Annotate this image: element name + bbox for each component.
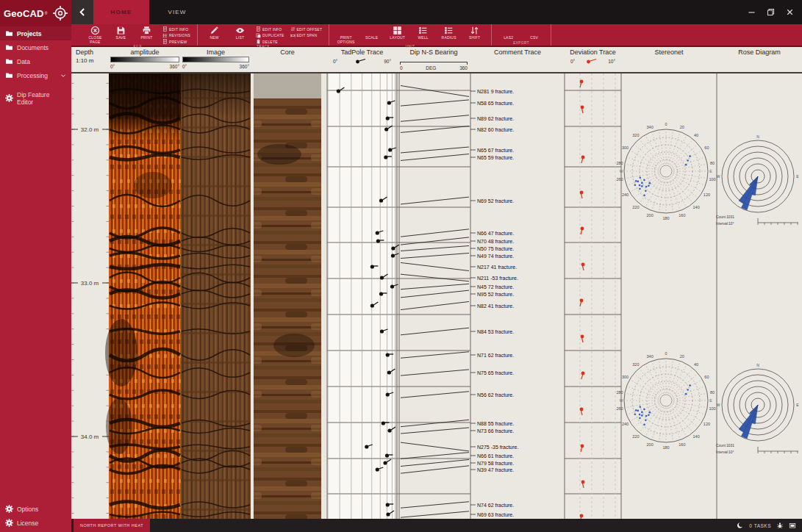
deviation-tadpole[interactable] <box>581 156 585 159</box>
stereonet-point[interactable] <box>689 155 691 157</box>
stereonet-point[interactable] <box>635 409 637 411</box>
print-options-button[interactable]: PRINT OPTIONS <box>334 25 358 44</box>
stereonet-point[interactable] <box>637 410 639 412</box>
tadpole[interactable] <box>379 292 383 295</box>
stereonet-point[interactable] <box>641 182 643 184</box>
comment-label[interactable]: N79 58 fracture. <box>477 461 514 466</box>
comment-label[interactable]: N70 48 fracture. <box>477 239 514 244</box>
comment-label[interactable]: N217 41 fracture. <box>477 265 517 270</box>
well-button[interactable]: WELL <box>411 25 435 40</box>
tadpole[interactable] <box>385 453 389 457</box>
stereonet-point[interactable] <box>687 159 689 162</box>
stereonet-point[interactable] <box>641 411 643 414</box>
stereonet-point[interactable] <box>639 184 641 187</box>
deviation-tadpole[interactable] <box>580 299 584 303</box>
deviation-tadpole[interactable] <box>581 227 584 231</box>
stereonet-point[interactable] <box>639 188 641 190</box>
comment-label[interactable]: N89 62 fracture. <box>477 116 514 121</box>
tadpole[interactable] <box>387 428 391 432</box>
edit-info-button[interactable]: EDIT INFO <box>162 26 190 32</box>
list-button[interactable]: LIST <box>228 25 252 40</box>
tadpole[interactable] <box>337 89 340 93</box>
scale-button[interactable]: SCALE <box>359 25 384 40</box>
sidebar-item-documents[interactable]: Documents <box>0 40 71 54</box>
revisions-button[interactable]: REVISIONS <box>162 33 190 38</box>
tadpole[interactable] <box>387 370 391 374</box>
stereonet-point[interactable] <box>634 413 636 415</box>
comment-label[interactable]: N58 65 fracture. <box>477 101 514 106</box>
tadpole[interactable] <box>380 329 384 333</box>
tadpole[interactable] <box>370 303 374 307</box>
comment-label[interactable]: N82 60 fracture. <box>477 127 514 132</box>
back-button[interactable] <box>71 0 93 24</box>
tadpole[interactable] <box>384 127 388 131</box>
stereonet-point[interactable] <box>648 414 650 416</box>
stereonet-point[interactable] <box>635 180 637 182</box>
maximize-button[interactable] <box>761 0 780 24</box>
comment-label[interactable]: N75 65 fracture. <box>477 370 514 375</box>
deviation-tadpole[interactable] <box>581 372 585 375</box>
stereonet-point[interactable] <box>643 409 645 411</box>
comment-label[interactable]: N82 41 fracture. <box>477 303 514 309</box>
tadpole[interactable] <box>391 246 395 250</box>
shift-button[interactable]: SHIFT <box>462 25 487 40</box>
comment-label[interactable]: N66 47 fracture. <box>477 231 514 236</box>
comment-label[interactable]: N39 47 fracture. <box>477 467 514 472</box>
layout-button[interactable]: LAYOUT <box>385 25 409 40</box>
tadpole[interactable] <box>376 231 379 234</box>
comment-label[interactable]: N71 62 fracture. <box>477 353 514 358</box>
stereonet-point[interactable] <box>639 414 641 416</box>
stereonet-point[interactable] <box>639 406 641 408</box>
sidebar-item-dip-feature-editor[interactable]: Dip Feature Editor <box>0 91 71 105</box>
tadpole[interactable] <box>386 116 390 120</box>
csv-button[interactable]: CSV <box>522 25 546 40</box>
delete-button[interactable]: DELETE <box>256 39 284 44</box>
deviation-tadpole[interactable] <box>580 408 584 411</box>
deviation-tadpole[interactable] <box>581 106 584 109</box>
preview-button[interactable]: PREVIEW <box>162 39 190 44</box>
edit-info-button[interactable]: EDIT INFO <box>256 26 284 32</box>
comment-label[interactable]: N281 9 fracture. <box>477 89 514 94</box>
tadpole[interactable] <box>383 461 387 464</box>
edit-span-button[interactable]: EDIT SPAN <box>290 33 323 38</box>
close-page-button[interactable]: CLOSE PAGE <box>83 25 107 44</box>
minimize-button[interactable] <box>742 0 761 24</box>
stereonet-point[interactable] <box>645 186 648 188</box>
comment-label[interactable]: N65 59 fracture. <box>477 155 514 160</box>
comment-label[interactable]: N73 66 fracture. <box>477 428 514 434</box>
bug-icon[interactable] <box>776 522 784 529</box>
tab-home[interactable]: HOME <box>93 0 149 24</box>
deviation-tadpole[interactable] <box>581 445 584 448</box>
comment-label[interactable]: N45 72 fracture. <box>477 284 514 290</box>
comment-label[interactable]: N88 55 fracture. <box>477 421 514 426</box>
tadpole[interactable] <box>376 467 379 471</box>
tadpole[interactable] <box>370 265 374 268</box>
deviation-tadpole[interactable] <box>580 514 584 518</box>
comment-label[interactable]: N74 62 fracture. <box>477 503 514 508</box>
stereonet-point[interactable] <box>645 190 647 192</box>
deviation-tadpole[interactable] <box>581 263 585 267</box>
tadpole[interactable] <box>382 421 385 425</box>
stereonet-point[interactable] <box>634 184 636 186</box>
sidebar-item-processing[interactable]: Processing <box>0 68 71 82</box>
duplicate-button[interactable]: DUPLICATE <box>256 33 284 38</box>
stereonet-point[interactable] <box>641 185 643 187</box>
sidebar-item-options[interactable]: Options <box>0 502 71 516</box>
stereonet-point[interactable] <box>641 414 643 417</box>
edit-offset-button[interactable]: EDIT OFFSET <box>290 26 323 32</box>
save-button[interactable]: SAVE <box>109 25 133 40</box>
tadpole[interactable] <box>391 254 395 257</box>
comment-label[interactable]: N69 52 fracture. <box>477 198 514 204</box>
comment-label[interactable]: N56 62 fracture. <box>477 392 514 398</box>
deviation-tadpole[interactable] <box>580 80 584 84</box>
comment-label[interactable]: N211 -53 fracture. <box>477 276 518 281</box>
comment-label[interactable]: N275 -35 fracture. <box>477 445 518 450</box>
sidebar-item-license[interactable]: License <box>0 516 71 530</box>
comment-label[interactable]: N49 74 fracture. <box>477 254 514 259</box>
comment-label[interactable]: N66 61 fracture. <box>477 453 514 459</box>
stereonet-point[interactable] <box>643 423 645 425</box>
stereonet-point[interactable] <box>648 411 651 414</box>
tadpole[interactable] <box>390 284 394 288</box>
deviation-tadpole[interactable] <box>581 335 584 339</box>
stereonet-point[interactable] <box>643 179 645 181</box>
